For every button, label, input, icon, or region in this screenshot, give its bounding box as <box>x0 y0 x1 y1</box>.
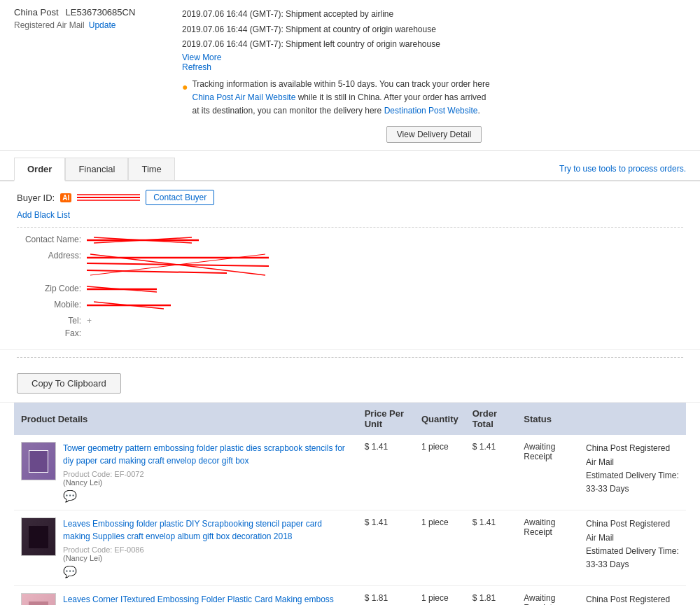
col-header-price: Price Per Unit <box>358 403 414 435</box>
product-thumbnail-1 <box>21 442 56 480</box>
col-header-status: Status <box>517 403 579 435</box>
product-info-2: Leaves Embossing folder plastic DIY Scra… <box>63 517 351 578</box>
redact-scribble-svg <box>77 193 140 202</box>
address-value <box>87 251 269 281</box>
product-cell-3: Leaves Corner ITextured Embossing Folder… <box>21 593 351 605</box>
product-title-link-3[interactable]: Leaves Corner ITextured Embossing Folder… <box>63 594 334 605</box>
tab-order[interactable]: Order <box>14 158 65 181</box>
status-cell-1: Awaiting Receipt <box>517 435 579 510</box>
chat-icon-1[interactable]: 💬 <box>63 489 351 503</box>
shipping-name-2: China Post Registered Air Mail <box>586 517 679 544</box>
orange-dot-icon: ● <box>182 79 188 95</box>
contact-name-row: Contact Name: <box>17 235 683 248</box>
update-link[interactable]: Update <box>89 20 116 30</box>
tracking-info-text: Tracking information is available within… <box>192 78 490 118</box>
product-thumbnail-2 <box>21 517 56 556</box>
zip-code-label: Zip Code: <box>17 284 87 297</box>
table-row: Leaves Corner ITextured Embossing Folder… <box>14 586 686 605</box>
tabs-left: Order Financial Time <box>14 158 175 180</box>
tel-row: Tel: + <box>17 316 683 326</box>
buyer-name-redacted <box>77 193 140 202</box>
clipboard-section: Copy To Clipboard <box>0 365 700 403</box>
table-header-row: Product Details Price Per Unit Quantity … <box>14 403 686 435</box>
total-cell-3: $ 1.81 <box>465 586 517 605</box>
product-details-cell-1: Tower geometry pattern embossing folder … <box>14 435 358 510</box>
total-cell-2: $ 1.41 <box>465 510 517 586</box>
address-scribble <box>87 251 269 279</box>
status-cell-3: Awaiting Receipt <box>517 586 579 605</box>
zip-code-value <box>87 284 157 297</box>
col-header-shipping-info <box>579 403 686 435</box>
event-1: 2019.07.06 16:44 (GMT-7): Shipment accep… <box>182 7 686 22</box>
page-container: China Post LE536730685CN Registered Air … <box>0 0 700 605</box>
mobile-value <box>87 300 171 313</box>
zip-scribble <box>87 284 157 295</box>
event-2: 2019.07.06 16:44 (GMT-7): Shipment at co… <box>182 22 686 38</box>
process-orders-link[interactable]: Try to use tools to process orders. <box>559 164 686 174</box>
tab-financial[interactable]: Financial <box>65 158 128 180</box>
buyer-id-label: Buyer ID: <box>17 193 55 203</box>
col-header-product: Product Details <box>14 403 358 435</box>
shipping-name-3: China Post Registered Air Mail <box>586 593 679 605</box>
shipping-right: 2019.07.06 16:44 (GMT-7): Shipment accep… <box>182 7 686 143</box>
refresh-link[interactable]: Refresh <box>182 62 686 72</box>
total-cell-1: $ 1.41 <box>465 435 517 510</box>
product-thumbnail-3 <box>21 593 56 605</box>
thumb-inner-1 <box>29 450 48 473</box>
col-header-total: Order Total <box>465 403 517 435</box>
thumb-inner-3 <box>29 601 48 605</box>
divider-2 <box>17 357 683 358</box>
buyer-icon: AI <box>60 193 71 202</box>
product-details-cell-3: Leaves Corner ITextured Embossing Folder… <box>14 586 358 605</box>
buyer-row: Buyer ID: AI Contact Buyer <box>17 190 683 205</box>
add-blacklist-link[interactable]: Add Black List <box>17 210 70 220</box>
col-header-quantity: Quantity <box>414 403 465 435</box>
quantity-cell-3: 1 piece <box>414 586 465 605</box>
contact-scribble <box>87 235 199 246</box>
tab-time[interactable]: Time <box>128 158 174 180</box>
copy-clipboard-button[interactable]: Copy To Clipboard <box>17 373 121 394</box>
view-delivery-button[interactable]: View Delivery Detail <box>386 126 482 143</box>
service-label: Registered Air Mail <box>14 20 85 30</box>
svg-line-8 <box>87 270 227 273</box>
address-row-field: Address: <box>17 251 683 281</box>
price-cell-3: $ 1.81 <box>358 586 414 605</box>
zip-code-row: Zip Code: <box>17 284 683 297</box>
tel-value: + <box>87 316 92 326</box>
product-seller-1: (Nancy Lei) <box>63 478 351 487</box>
carrier-label: China Post <box>14 7 59 18</box>
mobile-scribble <box>87 300 171 311</box>
tel-label: Tel: <box>17 316 87 326</box>
fax-row: Fax: <box>17 328 683 338</box>
table-row: Leaves Embossing folder plastic DIY Scra… <box>14 510 686 586</box>
quantity-cell-2: 1 piece <box>414 510 465 586</box>
product-info-1: Tower geometry pattern embossing folder … <box>63 442 351 503</box>
price-cell-1: $ 1.41 <box>358 435 414 510</box>
table-row: Tower geometry pattern embossing folder … <box>14 435 686 510</box>
product-details-cell-2: Leaves Embossing folder plastic DIY Scra… <box>14 510 358 586</box>
product-table-section: Product Details Price Per Unit Quantity … <box>0 403 700 605</box>
china-post-link[interactable]: China Post Air Mail Website <box>192 92 295 102</box>
product-code-1: Product Code: EF-0072 <box>63 470 351 478</box>
chat-icon-2[interactable]: 💬 <box>63 565 351 578</box>
shipping-info-cell-3: China Post Registered Air Mail Estimated… <box>579 586 686 605</box>
quantity-cell-1: 1 piece <box>414 435 465 510</box>
product-seller-2: (Nancy Lei) <box>63 554 351 562</box>
contact-name-label: Contact Name: <box>17 235 87 248</box>
tracking-info-box: ● Tracking information is available with… <box>182 78 490 118</box>
product-title-link-2[interactable]: Leaves Embossing folder plastic DIY Scra… <box>63 519 322 541</box>
fax-label: Fax: <box>17 328 87 338</box>
view-more-link[interactable]: View More <box>182 53 686 62</box>
product-code-2: Product Code: EF-0086 <box>63 545 351 554</box>
tracking-number: LE536730685CN <box>66 7 136 18</box>
contact-buyer-button[interactable]: Contact Buyer <box>146 190 214 205</box>
mobile-label: Mobile: <box>17 300 87 313</box>
view-delivery-btn-container: View Delivery Detail <box>182 126 686 143</box>
price-cell-2: $ 1.41 <box>358 510 414 586</box>
shipping-name-1: China Post Registered Air Mail <box>586 442 679 468</box>
address-grid: Contact Name: Address: <box>17 235 683 338</box>
product-cell-1: Tower geometry pattern embossing folder … <box>21 442 351 503</box>
destination-post-link[interactable]: Destination Post Website <box>384 106 478 116</box>
product-title-link-1[interactable]: Tower geometry pattern embossing folder … <box>63 443 345 466</box>
contact-name-value <box>87 235 199 248</box>
